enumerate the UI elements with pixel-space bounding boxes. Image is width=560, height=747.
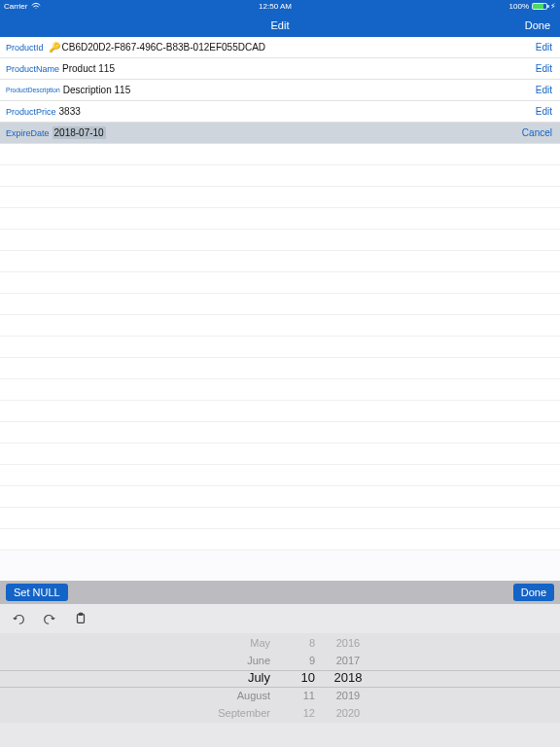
redo-icon[interactable]	[43, 612, 56, 625]
edit-button[interactable]: Edit	[536, 106, 552, 117]
picker-year-selected: 2018	[319, 669, 377, 687]
done-button[interactable]: Done	[525, 19, 550, 31]
field-label: ProductPrice	[6, 107, 56, 117]
battery-percent: 100%	[509, 2, 529, 11]
cancel-button[interactable]: Cancel	[522, 127, 552, 138]
carrier-label: Carrier	[4, 2, 27, 11]
nav-bar: Edit Done	[0, 13, 560, 37]
edit-button[interactable]: Edit	[536, 42, 552, 53]
row-expire-date[interactable]: ExpireDate 2018-07-10 Cancel	[0, 123, 560, 144]
empty-rows	[0, 144, 560, 551]
clipboard-icon[interactable]	[74, 612, 88, 625]
key-icon: 🔑	[49, 42, 60, 53]
field-label: ProductDescription	[6, 87, 60, 93]
row-product-price[interactable]: ProductPrice 3833 Edit	[0, 101, 560, 123]
field-value: 3833	[59, 106, 81, 117]
field-value: Description 115	[63, 85, 130, 95]
field-label: ProductName	[6, 64, 59, 74]
field-label: ExpireDate	[6, 128, 50, 138]
field-list: ProductId 🔑 CB6D20D2-F867-496C-B83B-012E…	[0, 37, 560, 144]
row-product-id[interactable]: ProductId 🔑 CB6D20D2-F867-496C-B83B-012E…	[0, 37, 560, 58]
picker-month-column[interactable]: April May June July August September Oct…	[183, 633, 290, 723]
row-product-name[interactable]: ProductName Product 115 Edit	[0, 58, 560, 80]
undo-icon[interactable]	[12, 612, 25, 625]
set-null-button[interactable]: Set NULL	[6, 584, 68, 601]
edit-button[interactable]: Edit	[536, 85, 552, 95]
edit-button[interactable]: Edit	[536, 63, 552, 74]
edit-icon-bar	[0, 604, 560, 633]
row-product-description[interactable]: ProductDescription Description 115 Edit	[0, 80, 560, 101]
wifi-icon	[31, 2, 41, 12]
field-value: CB6D20D2-F867-496C-B83B-012EF055DCAD	[62, 42, 266, 53]
picker-day-column[interactable]: 7 8 9 10 11 12 13	[290, 633, 319, 723]
charging-icon: ⚡︎	[550, 2, 556, 11]
page-title: Edit	[271, 19, 290, 31]
toolbar-done-button[interactable]: Done	[513, 584, 554, 601]
field-label: ProductId	[6, 43, 44, 53]
field-value[interactable]: 2018-07-10	[52, 126, 106, 139]
input-accessory-toolbar: Set NULL Done	[0, 581, 560, 604]
date-picker[interactable]: April May June July August September Oct…	[0, 633, 560, 723]
filler	[0, 551, 560, 581]
field-value: Product 115	[62, 63, 115, 74]
picker-year-column[interactable]: 2015 2016 2017 2018 2019 2020 2021	[319, 633, 377, 723]
picker-day-selected: 10	[290, 669, 315, 687]
battery-icon	[532, 3, 547, 10]
clock: 12:50 AM	[41, 2, 508, 11]
picker-month-selected: July	[183, 669, 270, 687]
status-bar: Carrier 12:50 AM 100% ⚡︎	[0, 0, 560, 13]
